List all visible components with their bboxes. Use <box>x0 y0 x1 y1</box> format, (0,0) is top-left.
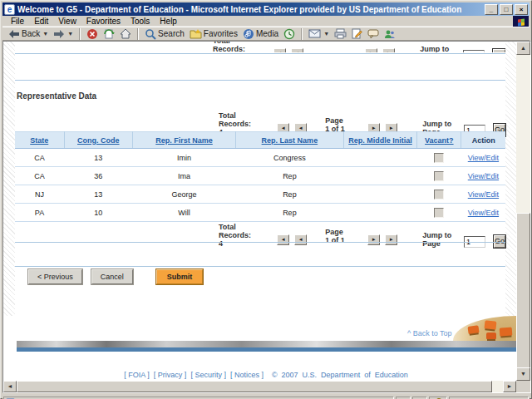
column-header-cong-code[interactable]: Cong. Code <box>77 136 120 145</box>
prev-page-button[interactable]: ◄ <box>291 48 303 52</box>
search-button[interactable]: Search <box>142 27 187 41</box>
vacant-checkbox[interactable] <box>434 171 444 181</box>
first-page-button[interactable]: ◄ <box>277 234 289 245</box>
cell-last-name: Rep <box>235 167 343 185</box>
refresh-button[interactable] <box>101 27 117 41</box>
next-page-button[interactable]: ► <box>365 48 377 52</box>
divider-rule <box>15 242 505 243</box>
copyright-text: © 2007 U.S. Department of Education <box>272 371 408 379</box>
window-title: Welcome to G5 - Department of Education … <box>17 5 481 14</box>
vertical-scrollbar[interactable]: ▲ ▼ <box>516 42 530 381</box>
vacant-checkbox[interactable] <box>434 190 444 200</box>
menu-file[interactable]: File <box>6 17 29 26</box>
close-button[interactable]: × <box>515 4 528 15</box>
back-dropdown-icon[interactable]: ▼ <box>42 31 48 37</box>
foia-link[interactable]: [ FOIA ] <box>124 371 150 379</box>
minimize-button[interactable]: _ <box>485 4 498 15</box>
horizontal-scrollbar-thumb[interactable] <box>17 381 492 392</box>
browser-window: e Welcome to G5 - Department of Educatio… <box>0 0 532 399</box>
cell-middle-initial <box>343 149 417 167</box>
vertical-scrollbar-thumb[interactable] <box>516 213 530 369</box>
scroll-left-icon[interactable]: ◄ <box>3 381 17 392</box>
last-page-button[interactable]: ► <box>382 48 395 52</box>
favorites-icon <box>190 28 202 39</box>
go-button[interactable]: Go <box>493 49 505 52</box>
toolbar-separator <box>79 28 81 40</box>
browser-viewport: Total Records: 5 ◄ ◄ Page 1 of 1 ► ► Jum… <box>2 41 531 393</box>
discuss-button[interactable] <box>365 28 382 40</box>
media-button[interactable]: Media <box>240 27 281 41</box>
mail-button[interactable]: ▼ <box>306 28 332 39</box>
home-button[interactable] <box>117 27 134 40</box>
table-row: NJ 13 George Rep View/Edit <box>15 185 505 204</box>
toolbar-separator <box>137 28 139 40</box>
total-records-label: Total Records: 4 <box>219 223 254 248</box>
first-page-button[interactable]: ◄ <box>273 48 286 52</box>
footer: [ FOIA ] [ Privacy ] [ Security ] [ Noti… <box>15 371 516 379</box>
print-button[interactable] <box>332 27 349 40</box>
vacant-checkbox[interactable] <box>434 208 444 218</box>
representative-table: State Cong. Code Rep. First Name Rep. La… <box>15 131 505 222</box>
restore-button[interactable]: □ <box>500 4 513 15</box>
view-edit-link[interactable]: View/Edit <box>468 190 499 199</box>
toolbar-separator <box>301 28 303 40</box>
vacant-checkbox[interactable] <box>434 153 444 163</box>
section-title: Representative Data <box>17 91 96 101</box>
history-icon <box>283 28 295 40</box>
forward-button[interactable]: ▼ <box>51 28 76 40</box>
total-records-label: Total Records: 5 <box>213 42 250 52</box>
column-header-last-name[interactable]: Rep. Last Name <box>262 136 318 145</box>
edit-button[interactable] <box>349 27 365 40</box>
horizontal-scrollbar[interactable]: ◄ ► <box>3 381 516 392</box>
privacy-link[interactable]: [ Privacy ] <box>154 371 187 379</box>
back-button[interactable]: Back ▼ <box>6 28 51 40</box>
cancel-button[interactable]: Cancel <box>91 269 133 284</box>
cell-cong-code: 13 <box>64 185 133 204</box>
status-bar: e Done Local intranet <box>2 395 530 399</box>
cell-last-name: Rep <box>235 185 343 204</box>
jump-to-page-input[interactable] <box>463 50 485 52</box>
view-edit-link[interactable]: View/Edit <box>468 209 499 217</box>
column-header-vacant[interactable]: Vacant? <box>425 136 454 145</box>
footer-blue-bar <box>17 347 516 352</box>
security-link[interactable]: [ Security ] <box>190 371 226 379</box>
favorites-button[interactable]: Favorites <box>187 27 240 40</box>
column-header-action: Action <box>472 136 495 145</box>
forward-dropdown-icon[interactable]: ▼ <box>67 31 73 37</box>
next-page-button[interactable]: ► <box>367 234 380 245</box>
back-to-top-link[interactable]: ^ Back to Top <box>407 329 452 337</box>
scroll-up-icon[interactable]: ▲ <box>516 42 530 55</box>
scroll-down-icon[interactable]: ▼ <box>516 367 530 381</box>
page-right-margin <box>505 42 516 316</box>
column-header-middle-initial[interactable]: Rep. Middle Initial <box>348 136 412 145</box>
menu-view[interactable]: View <box>53 17 81 26</box>
view-edit-link[interactable]: View/Edit <box>468 172 499 180</box>
cell-first-name: Will <box>133 204 236 222</box>
mail-dropdown-icon[interactable]: ▼ <box>323 31 329 37</box>
menu-edit[interactable]: Edit <box>29 17 53 26</box>
stop-button[interactable] <box>84 27 101 41</box>
view-edit-link[interactable]: View/Edit <box>468 154 499 162</box>
table-row: CA 36 Ima Rep View/Edit <box>15 167 505 185</box>
cell-cong-code: 36 <box>64 167 133 185</box>
prev-page-button[interactable]: ◄ <box>294 234 307 245</box>
submit-button[interactable]: Submit <box>156 269 204 284</box>
menu-help[interactable]: Help <box>155 17 182 26</box>
last-page-button[interactable]: ► <box>385 234 397 245</box>
scroll-right-icon[interactable]: ► <box>503 381 516 392</box>
notices-link[interactable]: [ Notices ] <box>230 371 264 379</box>
menu-favorites[interactable]: Favorites <box>81 17 126 26</box>
menu-tools[interactable]: Tools <box>126 17 155 26</box>
cell-middle-initial <box>343 204 417 222</box>
jump-to-page-label: Jump to Page <box>422 231 452 248</box>
messenger-button[interactable] <box>382 28 397 40</box>
history-button[interactable] <box>281 27 298 41</box>
cell-first-name: George <box>133 185 236 204</box>
mail-icon <box>308 29 321 38</box>
discuss-icon <box>367 29 379 39</box>
previous-button[interactable]: < Previous <box>28 269 82 284</box>
column-header-state[interactable]: State <box>30 136 48 145</box>
cell-state: NJ <box>15 185 64 204</box>
rep-table-pagination-bottom: Total Records: 4 ◄ ◄ Page 1 of 1 ► ► Jum… <box>15 223 505 248</box>
column-header-first-name[interactable]: Rep. First Name <box>155 136 213 145</box>
